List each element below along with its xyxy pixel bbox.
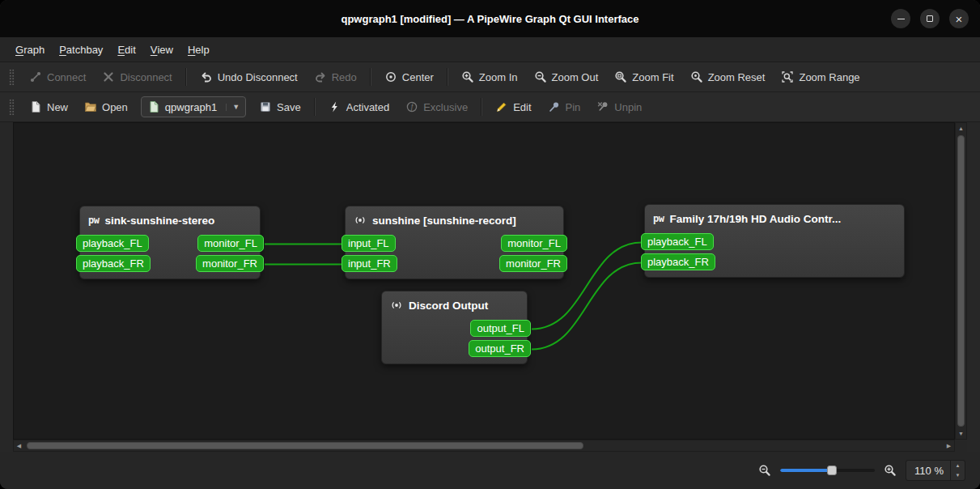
hscroll-handle[interactable] (27, 442, 583, 449)
record-icon (354, 214, 367, 227)
input-port[interactable]: input_FL (342, 235, 396, 252)
graph-node[interactable]: Discord Outputoutput_FLoutput_FR (381, 291, 528, 364)
minimize-button[interactable] (891, 9, 910, 28)
connect-button: Connect (22, 66, 93, 87)
disconnect-icon (102, 70, 115, 83)
output-port[interactable]: monitor_FL (197, 235, 264, 252)
input-port[interactable]: playback_FR (76, 255, 151, 272)
toolbar-button-label: Connect (47, 71, 86, 83)
input-port[interactable]: playback_FL (641, 233, 714, 250)
titlebar[interactable]: qpwgraph1 [modified] — A PipeWire Graph … (0, 0, 980, 37)
zoom-in-icon[interactable] (883, 463, 897, 478)
scroll-up-icon[interactable]: ▲ (956, 123, 966, 134)
app-window: qpwgraph1 [modified] — A PipeWire Graph … (0, 0, 980, 489)
toolbar-button-label: Pin (566, 101, 581, 113)
toolbar-button-label: Zoom Fit (632, 71, 673, 83)
input-port[interactable]: playback_FR (641, 253, 715, 270)
scroll-down-icon[interactable]: ▼ (956, 428, 966, 439)
maximize-icon (927, 15, 933, 22)
pipewire-icon: pw (88, 215, 99, 226)
node-title: Discord Output (382, 291, 527, 316)
output-port[interactable]: monitor_FL (501, 235, 567, 252)
toolbar-button-label: Undo Disconnect (218, 71, 298, 83)
activated-button[interactable]: Activated (321, 96, 397, 117)
zoom-slider-thumb[interactable] (827, 466, 837, 475)
zoom-slider[interactable] (780, 463, 875, 478)
statusbar: 110 % ▲ ▼ (0, 452, 980, 489)
window-title: qpwgraph1 [modified] — A PipeWire Graph … (341, 13, 638, 25)
zoom-in-button[interactable]: Zoom In (454, 66, 525, 87)
toolbar-grip[interactable] (9, 99, 15, 115)
graph-canvas[interactable]: pwsink-sunshine-stereoplayback_FLmonitor… (13, 122, 955, 440)
patchbay-profile-combo[interactable]: qpwgraph1▼ (141, 96, 246, 117)
output-port[interactable]: output_FR (469, 340, 531, 357)
scroll-right-icon[interactable]: ▶ (944, 440, 954, 451)
pin-button: Pin (541, 96, 588, 117)
toolbar-button-label: Save (277, 101, 301, 113)
zoom-reset-button[interactable]: Zoom Reset (683, 66, 773, 87)
zoom-fit-icon (614, 70, 627, 83)
combo-value: qpwgraph1 (165, 101, 217, 113)
menu-edit[interactable]: Edit (110, 37, 142, 62)
minimize-icon (897, 19, 905, 19)
activated-icon (329, 100, 342, 113)
redo-icon (314, 70, 327, 83)
disconnect-button: Disconnect (95, 66, 179, 87)
toolbar-graph: ConnectDisconnectUndo DisconnectRedoCent… (0, 62, 980, 92)
exclusive-button: fExclusive (398, 96, 475, 117)
toolbar-button-label: Edit (513, 101, 531, 113)
open-icon (84, 100, 97, 113)
menu-help[interactable]: Help (180, 37, 217, 62)
scroll-left-icon[interactable]: ◀ (14, 440, 24, 451)
new-button[interactable]: New (22, 96, 75, 117)
canvas-frame: pwsink-sunshine-stereoplayback_FLmonitor… (13, 122, 967, 452)
zoom-slider-fill (780, 469, 832, 472)
output-port[interactable]: output_FL (470, 320, 531, 337)
spin-down-icon[interactable]: ▼ (951, 470, 965, 480)
close-button[interactable]: × (949, 9, 969, 28)
graph-node[interactable]: sunshine [sunshine-record]input_FLmonito… (345, 206, 564, 279)
zoom-range-button[interactable]: Zoom Range (774, 66, 867, 87)
connect-icon (29, 70, 42, 83)
zoom-out-button[interactable]: Zoom Out (527, 66, 606, 87)
window-controls: × (891, 0, 969, 37)
menu-view[interactable]: View (143, 37, 180, 62)
patchbay-file-icon (147, 100, 160, 113)
edit-button[interactable]: Edit (488, 96, 538, 117)
undo-disconnect-button[interactable]: Undo Disconnect (193, 66, 305, 87)
graph-node[interactable]: pwsink-sunshine-stereoplayback_FLmonitor… (79, 206, 261, 279)
node-title-text: sink-sunshine-stereo (104, 215, 214, 227)
zoom-in-icon (461, 70, 474, 83)
center-button[interactable]: Center (377, 66, 441, 87)
zoom-spinbox[interactable]: 110 % ▲ ▼ (906, 460, 965, 481)
save-button[interactable]: Save (252, 96, 308, 117)
spin-up-icon[interactable]: ▲ (951, 461, 965, 470)
node-title: pwFamily 17h/19h HD Audio Contr... (645, 205, 904, 229)
toolbar-button-label: Zoom Range (799, 71, 859, 83)
vscroll-handle[interactable] (957, 135, 965, 427)
toolbar-separator (481, 98, 482, 116)
chevron-down-icon: ▼ (226, 104, 240, 111)
toolbar-button-label: Exclusive (423, 101, 468, 113)
toolbar-patchbay: NewOpenqpwgraph1▼SaveActivatedfExclusive… (0, 92, 980, 122)
menubar: GraphPatchbayEditViewHelp (0, 37, 980, 62)
redo-button: Redo (307, 66, 364, 87)
horizontal-scrollbar[interactable]: ◀ ▶ (13, 440, 955, 452)
output-port[interactable]: monitor_FR (196, 255, 264, 272)
input-port[interactable]: playback_FL (76, 235, 149, 252)
input-port[interactable]: input_FR (342, 255, 397, 272)
output-port[interactable]: monitor_FR (499, 255, 567, 272)
toolbar-button-label: Disconnect (120, 71, 172, 83)
graph-node[interactable]: pwFamily 17h/19h HD Audio Contr...playba… (644, 204, 905, 278)
menu-graph[interactable]: Graph (8, 37, 52, 62)
menu-patchbay[interactable]: Patchbay (52, 37, 110, 62)
open-button[interactable]: Open (77, 96, 135, 117)
node-title: sunshine [sunshine-record] (346, 206, 563, 231)
record-icon (390, 299, 403, 312)
zoom-out-icon[interactable] (757, 463, 772, 478)
vertical-scrollbar[interactable]: ▲ ▼ (955, 122, 967, 440)
zoom-fit-button[interactable]: Zoom Fit (607, 66, 681, 87)
maximize-button[interactable] (920, 9, 940, 28)
toolbar-button-label: Zoom Reset (708, 71, 766, 83)
toolbar-grip[interactable] (9, 69, 15, 85)
